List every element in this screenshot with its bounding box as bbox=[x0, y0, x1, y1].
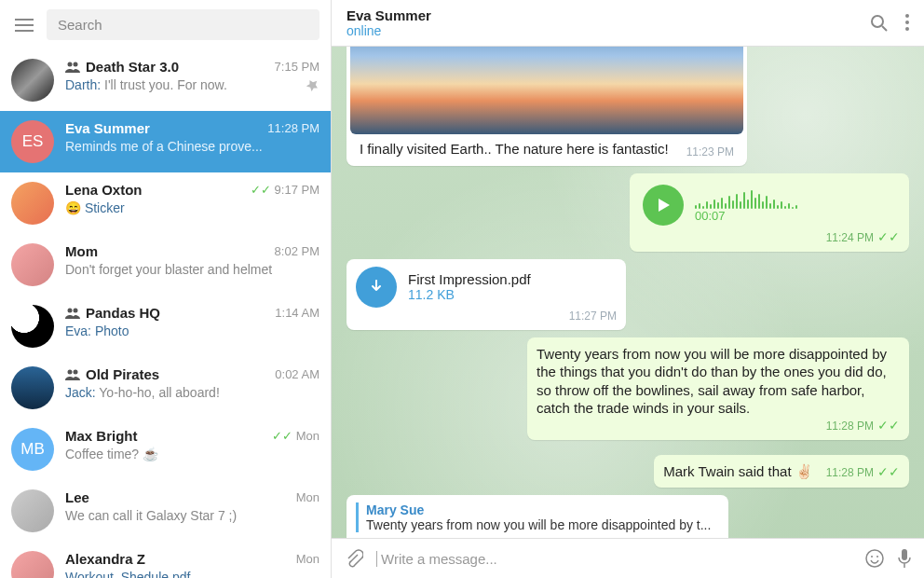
chat-preview: Don't forget your blaster and helmet bbox=[65, 262, 319, 277]
message-input-bar: Write a message... bbox=[332, 538, 924, 578]
avatar bbox=[11, 182, 54, 225]
chat-time: ✓✓9:17 PM bbox=[251, 183, 319, 197]
photo-attachment[interactable] bbox=[350, 47, 743, 134]
main-pane: Eva Summer online I finally visited Eart… bbox=[332, 0, 924, 578]
message-text-out[interactable]: Mark Twain said that ✌🏻 11:28 PM✓✓ bbox=[654, 455, 909, 489]
chat-time: Mon bbox=[296, 552, 319, 566]
chat-preview: Jack: Yo-ho-ho, all aboard! bbox=[65, 385, 319, 400]
search-input[interactable]: Search bbox=[47, 9, 319, 40]
svg-point-11 bbox=[871, 556, 873, 557]
paperclip-icon bbox=[345, 549, 363, 568]
chat-preview: 😄 Sticker bbox=[65, 200, 319, 215]
message-photo[interactable]: I finally visited Earth.. The nature her… bbox=[346, 47, 747, 166]
svg-point-4 bbox=[68, 369, 73, 374]
message-time: 11:28 PM bbox=[826, 420, 874, 433]
svg-point-2 bbox=[68, 308, 73, 312]
chat-item[interactable]: LeeMonWe can call it Galaxy Star 7 ;) bbox=[0, 480, 331, 542]
chat-time: 7:15 PM bbox=[275, 60, 319, 74]
voice-duration: 00:07 bbox=[695, 209, 797, 223]
message-text: Mark Twain said that ✌🏻 bbox=[663, 463, 812, 479]
chat-time: 0:02 AM bbox=[275, 367, 319, 381]
smile-icon bbox=[864, 548, 885, 569]
more-button[interactable] bbox=[905, 14, 909, 33]
message-file[interactable]: First Impression.pdf 11.2 KB 11:27 PM bbox=[346, 259, 626, 330]
chat-item[interactable]: Lena Oxton✓✓9:17 PM😄 Sticker bbox=[0, 172, 331, 234]
chat-name: Eva Summer bbox=[65, 120, 150, 136]
voice-record-button[interactable] bbox=[898, 548, 911, 569]
message-voice[interactable]: 00:07 11:24 PM✓✓ bbox=[630, 173, 909, 252]
svg-point-10 bbox=[866, 550, 883, 567]
chat-status: online bbox=[346, 23, 870, 38]
download-button[interactable] bbox=[356, 267, 397, 308]
read-ticks-icon: ✓✓ bbox=[251, 183, 271, 197]
svg-point-3 bbox=[74, 308, 78, 312]
chat-time: 11:28 PM bbox=[267, 121, 319, 135]
chat-time: ✓✓Mon bbox=[272, 429, 319, 443]
file-size: 11.2 KB bbox=[408, 287, 617, 302]
menu-button[interactable] bbox=[11, 12, 37, 38]
avatar bbox=[11, 243, 54, 286]
chat-item[interactable]: Death Star 3.07:15 PMDarth: I'll trust y… bbox=[0, 49, 331, 111]
chat-item[interactable]: MBMax Bright✓✓MonCoffee time? ☕ bbox=[0, 419, 331, 480]
message-text-out[interactable]: Twenty years from now you will be more d… bbox=[527, 337, 909, 440]
play-button[interactable] bbox=[643, 185, 684, 226]
chat-name: Alexandra Z bbox=[65, 551, 145, 567]
download-icon bbox=[368, 279, 385, 296]
svg-point-0 bbox=[68, 62, 73, 66]
waveform[interactable] bbox=[695, 186, 797, 209]
svg-point-6 bbox=[872, 16, 883, 27]
avatar bbox=[11, 59, 54, 102]
chat-preview: Eva: Photo bbox=[65, 323, 319, 338]
quoted-message[interactable]: Mary Sue Twenty years from now you will … bbox=[356, 502, 719, 532]
file-name: First Impression.pdf bbox=[408, 271, 617, 287]
chat-list: Death Star 3.07:15 PMDarth: I'll trust y… bbox=[0, 49, 331, 578]
message-input[interactable]: Write a message... bbox=[376, 551, 851, 567]
chat-preview: We can call it Galaxy Star 7 ;) bbox=[65, 508, 319, 523]
sidebar-header: Search bbox=[0, 0, 331, 49]
message-text: Twenty years from now you will be more d… bbox=[537, 345, 900, 418]
chat-title[interactable]: Eva Summer bbox=[346, 7, 870, 23]
chat-item[interactable]: Alexandra ZMonWorkout, Shedule.pdf bbox=[0, 542, 331, 578]
group-icon bbox=[65, 61, 80, 74]
chat-item[interactable]: Pandas HQ1:14 AMEva: Photo bbox=[0, 296, 331, 357]
message-time: 11:23 PM bbox=[686, 145, 734, 158]
search-chat-button[interactable] bbox=[870, 14, 889, 33]
message-time: 11:27 PM bbox=[569, 310, 617, 323]
read-ticks-icon: ✓✓ bbox=[877, 464, 900, 479]
sidebar: Search Death Star 3.07:15 PMDarth: I'll … bbox=[0, 0, 332, 578]
messages-area[interactable]: I finally visited Earth.. The nature her… bbox=[332, 47, 924, 538]
svg-point-8 bbox=[905, 21, 909, 24]
pin-icon bbox=[306, 78, 319, 91]
group-icon bbox=[65, 307, 80, 320]
read-ticks-icon: ✓✓ bbox=[877, 229, 900, 244]
more-vertical-icon bbox=[905, 14, 909, 31]
chat-time: Mon bbox=[296, 490, 319, 504]
message-text: I finally visited Earth.. The nature her… bbox=[360, 140, 669, 158]
message-reply[interactable]: Mary Sue Twenty years from now you will … bbox=[346, 495, 728, 538]
attach-button[interactable] bbox=[345, 549, 363, 568]
chat-time: 1:14 AM bbox=[275, 306, 319, 320]
svg-rect-13 bbox=[902, 549, 907, 560]
svg-point-1 bbox=[74, 62, 78, 66]
read-ticks-icon: ✓✓ bbox=[877, 418, 900, 433]
avatar bbox=[11, 366, 54, 409]
chat-header: Eva Summer online bbox=[332, 0, 924, 47]
chat-name: Lena Oxton bbox=[65, 182, 143, 198]
avatar bbox=[11, 305, 54, 348]
emoji-button[interactable] bbox=[864, 548, 885, 569]
chat-preview: Darth: I'll trust you. For now. bbox=[65, 77, 301, 92]
microphone-icon bbox=[898, 548, 911, 569]
read-ticks-icon: ✓✓ bbox=[272, 429, 292, 443]
chat-preview: Workout, Shedule.pdf bbox=[65, 570, 319, 578]
chat-item[interactable]: Old Pirates0:02 AMJack: Yo-ho-ho, all ab… bbox=[0, 357, 331, 419]
chat-name: Pandas HQ bbox=[86, 305, 160, 321]
chat-item[interactable]: Mom8:02 PMDon't forget your blaster and … bbox=[0, 234, 331, 296]
chat-name: Death Star 3.0 bbox=[86, 59, 179, 75]
hamburger-icon bbox=[15, 19, 34, 32]
group-icon bbox=[65, 368, 80, 381]
message-time: 11:24 PM bbox=[826, 231, 874, 244]
svg-point-12 bbox=[876, 556, 878, 557]
chat-item[interactable]: ESEva Summer11:28 PMReminds me of a Chin… bbox=[0, 111, 331, 172]
chat-name: Max Bright bbox=[65, 428, 138, 444]
avatar: ES bbox=[11, 120, 54, 163]
